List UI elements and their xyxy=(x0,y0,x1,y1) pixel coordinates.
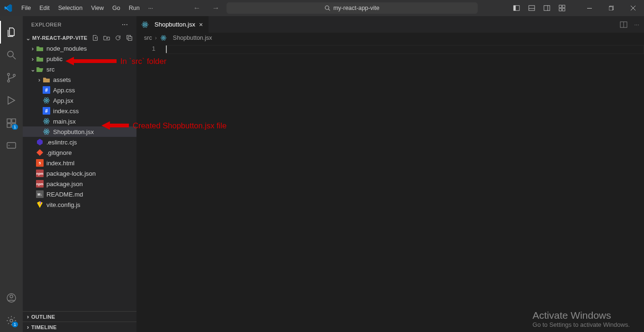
svg-rect-24 xyxy=(7,124,11,127)
file-app-jsx[interactable]: App.jsx xyxy=(23,95,136,106)
svg-point-21 xyxy=(8,80,9,82)
svg-rect-15 xyxy=(609,7,613,10)
file-readme[interactable]: M↓README.md xyxy=(23,189,136,199)
settings-badge: 1 xyxy=(12,322,18,327)
search-icon xyxy=(324,5,331,11)
window-restore[interactable] xyxy=(600,0,622,16)
svg-point-39 xyxy=(46,121,47,122)
activate-windows-watermark: Activate Windows Go to Settings to activ… xyxy=(533,310,630,328)
timeline-section[interactable]: ›TIMELINE xyxy=(23,322,136,332)
css-icon: # xyxy=(43,86,50,94)
activity-explorer[interactable] xyxy=(0,21,23,44)
split-editor-icon[interactable] xyxy=(620,21,627,28)
menu-selection[interactable]: Selection xyxy=(54,2,87,14)
editor-more-icon[interactable]: ··· xyxy=(634,21,639,28)
text-cursor xyxy=(166,45,167,53)
folder-icon xyxy=(36,45,44,52)
svg-rect-11 xyxy=(559,9,562,11)
svg-point-31 xyxy=(10,319,13,322)
file-gitignore[interactable]: .gitignore xyxy=(23,147,136,158)
activity-extensions[interactable]: 1 xyxy=(0,112,23,135)
activity-run-debug[interactable] xyxy=(0,89,23,112)
breadcrumb-item[interactable]: src xyxy=(144,35,152,41)
project-header[interactable]: ⌄ MY-REACT-APP-VITE xyxy=(23,33,136,43)
title-right xyxy=(513,0,644,16)
file-eslintrc[interactable]: .eslintrc.cjs xyxy=(23,137,136,147)
breadcrumb[interactable]: src › Shopbutton.jsx xyxy=(136,33,644,43)
react-icon xyxy=(43,128,50,135)
layout-sidebar-left-icon[interactable] xyxy=(513,5,520,11)
file-index-html[interactable]: 5index.html xyxy=(23,158,136,168)
collapse-all-icon[interactable] xyxy=(126,35,133,41)
svg-point-28 xyxy=(9,145,9,146)
new-folder-icon[interactable] xyxy=(103,35,110,41)
tab-shopbutton[interactable]: Shopbutton.jsx × xyxy=(136,16,209,33)
layout-sidebar-right-icon[interactable] xyxy=(544,5,550,11)
svg-marker-47 xyxy=(37,139,43,145)
file-main-jsx[interactable]: main.jsx xyxy=(23,116,136,126)
markdown-icon: M↓ xyxy=(36,190,44,198)
command-center[interactable]: my-react-app-vite xyxy=(227,2,478,14)
tab-close-icon[interactable]: × xyxy=(198,21,204,28)
editor-body[interactable]: 1 xyxy=(136,43,644,332)
chevron-down-icon: ⌄ xyxy=(25,35,31,42)
file-tree: ›node_modules ›public ⌄src ›assets #App.… xyxy=(23,43,136,210)
svg-line-1 xyxy=(329,9,330,10)
menu-more[interactable]: ··· xyxy=(144,2,157,14)
svg-point-20 xyxy=(8,73,9,75)
svg-point-35 xyxy=(46,100,47,101)
activity-source-control[interactable] xyxy=(0,66,23,89)
menu-go[interactable]: Go xyxy=(108,2,125,14)
svg-point-55 xyxy=(163,37,164,38)
svg-rect-48 xyxy=(36,149,43,156)
main-menu: File Edit Selection View Go Run ··· xyxy=(17,2,157,14)
svg-rect-3 xyxy=(514,6,516,11)
activity-search[interactable] xyxy=(0,44,23,66)
svg-rect-26 xyxy=(12,119,16,123)
nav-forward-icon[interactable]: → xyxy=(212,4,220,12)
window-close[interactable] xyxy=(622,0,644,16)
file-package-lock[interactable]: npmpackage-lock.json xyxy=(23,168,136,179)
menu-file[interactable]: File xyxy=(17,2,35,14)
menu-view[interactable]: View xyxy=(87,2,108,14)
file-shopbutton-jsx[interactable]: Shopbutton.jsx xyxy=(23,126,136,137)
remote-icon xyxy=(6,140,17,152)
window-minimize[interactable] xyxy=(579,0,600,16)
project-name: MY-REACT-APP-VITE xyxy=(32,35,92,41)
folder-icon xyxy=(36,55,44,62)
svg-rect-12 xyxy=(562,9,565,11)
folder-node-modules[interactable]: ›node_modules xyxy=(23,43,136,54)
customize-layout-icon[interactable] xyxy=(559,5,565,11)
file-index-css[interactable]: #index.css xyxy=(23,106,136,116)
folder-assets[interactable]: ›assets xyxy=(23,74,136,85)
outline-section[interactable]: ›OUTLINE xyxy=(23,311,136,322)
new-file-icon[interactable] xyxy=(92,35,99,41)
line-gutter: 1 xyxy=(136,43,166,332)
explorer-sidebar: EXPLORER ··· ⌄ MY-REACT-APP-VITE ›node_m… xyxy=(23,16,136,332)
activity-settings[interactable]: 1 xyxy=(0,309,23,332)
react-icon xyxy=(43,97,50,104)
layout-panel-icon[interactable] xyxy=(528,5,535,11)
activity-account[interactable] xyxy=(0,287,23,309)
folder-icon xyxy=(43,76,50,83)
react-icon xyxy=(43,117,50,125)
breadcrumb-item[interactable]: Shopbutton.jsx xyxy=(173,35,212,41)
folder-public[interactable]: ›public xyxy=(23,54,136,64)
explorer-more-icon[interactable]: ··· xyxy=(122,20,128,29)
svg-point-22 xyxy=(13,74,15,76)
nav-back-icon[interactable]: ← xyxy=(193,4,201,12)
file-vite-config[interactable]: vite.config.js xyxy=(23,199,136,210)
svg-rect-27 xyxy=(7,143,16,148)
code-area[interactable] xyxy=(166,43,644,332)
menu-run[interactable]: Run xyxy=(125,2,144,14)
file-package-json[interactable]: npmpackage.json xyxy=(23,179,136,189)
activity-remote[interactable] xyxy=(0,135,23,157)
svg-point-0 xyxy=(326,6,329,9)
refresh-icon[interactable] xyxy=(115,35,121,41)
npm-icon: npm xyxy=(36,180,44,188)
svg-point-43 xyxy=(46,131,47,133)
menu-edit[interactable]: Edit xyxy=(35,2,54,14)
nav-arrows: ← → xyxy=(193,4,220,12)
file-app-css[interactable]: #App.css xyxy=(23,85,136,95)
folder-src[interactable]: ⌄src xyxy=(23,64,136,74)
